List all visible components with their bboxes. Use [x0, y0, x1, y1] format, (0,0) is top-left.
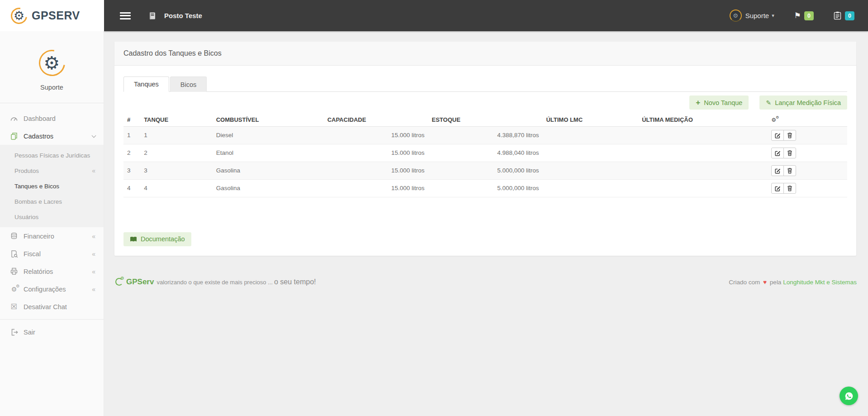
- sidebar-subitem-produtos[interactable]: Produtos «: [0, 163, 104, 178]
- page-footer: ⚙ GPServ valorizando o que existe de mai…: [114, 277, 858, 287]
- sidebar-item-desativar-chat[interactable]: ☒ Desativar Chat: [0, 298, 104, 316]
- collapse-chevrons-icon: «: [92, 268, 95, 275]
- cell-ultimo_lmc: [542, 126, 638, 144]
- user-dropdown[interactable]: ⚙ Suporte ▾: [730, 10, 774, 22]
- button-label: Documentação: [141, 235, 185, 243]
- alerts-flag-button[interactable]: ⚑ 0: [794, 11, 814, 20]
- sidebar-item-relatorios[interactable]: Relatórios «: [0, 263, 104, 280]
- col-header-ultima-medicao: ÚLTIMA MEDIÇÃO: [638, 114, 768, 126]
- sidebar-item-label: Desativar Chat: [24, 303, 67, 311]
- cell-ultima_medicao: [638, 144, 768, 162]
- documents-icon: [9, 132, 19, 140]
- table-header-row: # TANQUE COMBUSTÍVEL CAPACIDADE ESTOQUE …: [123, 114, 847, 126]
- station-document-icon: [149, 12, 156, 20]
- table-row: 11Diesel15.000 litros4.388,870 litros: [123, 126, 847, 144]
- sidebar-subitem-usuarios[interactable]: Usuários: [0, 209, 104, 225]
- collapse-chevrons-icon: «: [92, 233, 95, 240]
- main-content: Cadastro dos Tanques e Bicos Tanques Bic…: [104, 31, 868, 416]
- gauge-icon: [9, 115, 19, 122]
- subitem-label: Produtos: [14, 167, 39, 174]
- tab-tanques[interactable]: Tanques: [123, 77, 169, 92]
- sidebar-subitem-bombas-e-lacres[interactable]: Bombas e Lacres: [0, 194, 104, 209]
- whatsapp-icon: [844, 391, 854, 402]
- button-label: Novo Tanque: [704, 99, 742, 106]
- clipboard-icon: [834, 11, 841, 20]
- cell-tanque: 4: [140, 179, 213, 197]
- col-header-num: #: [123, 114, 140, 126]
- tank-table-body: 11Diesel15.000 litros4.388,870 litros22E…: [123, 126, 847, 197]
- table-row: 33Gasolina15.000 litros5.000,000 litros: [123, 162, 847, 179]
- trash-icon: [787, 185, 793, 191]
- station-name: Posto Teste: [164, 12, 202, 19]
- cell-ultimo_lmc: [542, 179, 638, 197]
- sidebar-item-label: Sair: [24, 329, 35, 336]
- col-header-estoque: ESTOQUE: [428, 114, 543, 126]
- plus-icon: +: [696, 99, 700, 106]
- sidebar-item-dashboard[interactable]: Dashboard: [0, 110, 104, 127]
- cell-tanque: 1: [140, 126, 213, 144]
- cell-capacidade: 15.000 litros: [324, 144, 428, 162]
- whatsapp-button[interactable]: [840, 387, 858, 405]
- tab-bicos[interactable]: Bicos: [170, 77, 207, 92]
- book-icon: [130, 236, 137, 242]
- cell-num: 1: [123, 126, 140, 144]
- documentacao-button[interactable]: Documentação: [123, 232, 191, 246]
- delete-row-button[interactable]: [783, 148, 796, 158]
- cadastros-submenu: Pessoas Físicas e Jurídicas Produtos « T…: [0, 145, 104, 227]
- station-selector[interactable]: Posto Teste: [149, 12, 202, 20]
- subitem-label: Pessoas Físicas e Jurídicas: [14, 152, 90, 159]
- edit-icon: [774, 132, 781, 139]
- profile-name: Suporte: [0, 84, 104, 91]
- delete-row-button[interactable]: [783, 130, 796, 141]
- sidebar-subitem-tanques-e-bicos[interactable]: Tanques e Bicos: [0, 178, 104, 194]
- cell-combustivel: Gasolina: [213, 179, 324, 197]
- lancar-medicao-fisica-button[interactable]: ✎ Lançar Medição Física: [759, 96, 847, 110]
- footer-credit-link[interactable]: Longhitude Mkt e Sistemas: [783, 279, 857, 286]
- logout-icon: [9, 329, 19, 336]
- subitem-label: Usuários: [14, 214, 38, 220]
- profile-avatar-gear-icon: ⚙: [38, 49, 66, 77]
- cell-combustivel: Gasolina: [213, 162, 324, 179]
- trash-icon: [787, 150, 793, 156]
- printer-icon: [9, 268, 19, 275]
- footer-brand: GPServ: [126, 277, 154, 287]
- edit-row-button[interactable]: [771, 183, 784, 194]
- col-header-actions: ⚙⚙: [768, 114, 847, 126]
- table-row: 44Gasolina15.000 litros5.000,000 litros: [123, 179, 847, 197]
- collapse-chevrons-icon: «: [92, 286, 95, 293]
- subitem-label: Bombas e Lacres: [14, 198, 62, 205]
- cell-ultimo_lmc: [542, 162, 638, 179]
- footer-gear-ring-icon: ⚙: [115, 278, 123, 286]
- cell-actions: [768, 144, 847, 162]
- cell-num: 3: [123, 162, 140, 179]
- edit-icon: [774, 185, 781, 191]
- sidebar-item-sair[interactable]: Sair: [0, 323, 104, 341]
- tasks-clipboard-button[interactable]: 0: [834, 11, 854, 20]
- sidebar-item-financeiro[interactable]: Financeiro «: [0, 227, 104, 245]
- novo-tanque-button[interactable]: + Novo Tanque: [689, 96, 749, 110]
- cell-combustivel: Etanol: [213, 144, 324, 162]
- tab-bar: Tanques Bicos: [123, 77, 847, 92]
- heart-icon: ♥: [763, 279, 767, 286]
- document-search-icon: [9, 250, 19, 258]
- delete-row-button[interactable]: [783, 183, 796, 194]
- table-row: 22Etanol15.000 litros4.988,040 litros: [123, 144, 847, 162]
- user-avatar: ⚙: [730, 10, 742, 22]
- sidebar-toggle-hamburger-icon[interactable]: [120, 12, 131, 19]
- sidebar-item-configuracoes[interactable]: ⚙⚙ Configurações «: [0, 280, 104, 298]
- cell-ultima_medicao: [638, 162, 768, 179]
- cell-estoque: 5.000,000 litros: [428, 179, 543, 197]
- edit-row-button[interactable]: [771, 148, 784, 158]
- edit-icon: [774, 150, 781, 156]
- cell-actions: [768, 162, 847, 179]
- cell-tanque: 3: [140, 162, 213, 179]
- col-header-tanque: TANQUE: [140, 114, 213, 126]
- sidebar-item-cadastros[interactable]: Cadastros: [0, 127, 104, 145]
- edit-row-button[interactable]: [771, 130, 784, 141]
- collapse-chevrons-icon: «: [92, 250, 95, 258]
- edit-row-button[interactable]: [771, 165, 784, 176]
- col-header-capacidade: CAPACIDADE: [324, 114, 428, 126]
- delete-row-button[interactable]: [783, 165, 796, 176]
- sidebar-item-fiscal[interactable]: Fiscal «: [0, 245, 104, 263]
- sidebar-subitem-pessoas[interactable]: Pessoas Físicas e Jurídicas: [0, 148, 104, 163]
